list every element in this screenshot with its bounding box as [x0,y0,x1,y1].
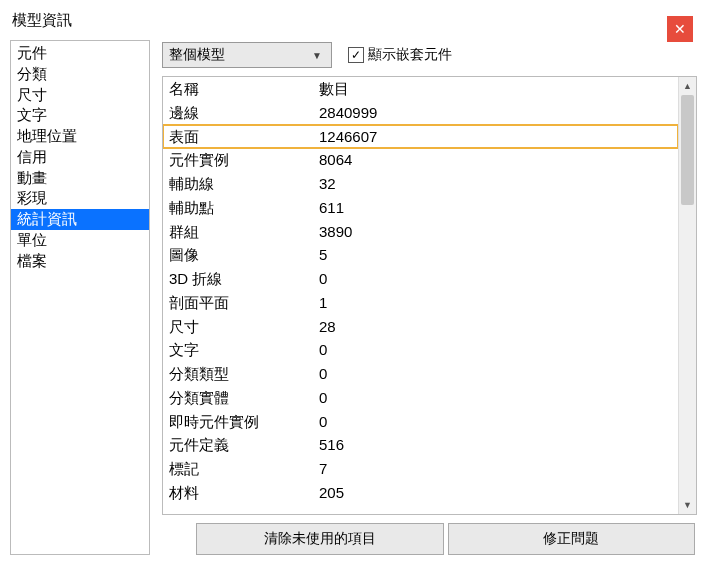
col-header-name: 名稱 [169,78,319,100]
show-nested-label: 顯示嵌套元件 [368,46,452,64]
vertical-scrollbar[interactable]: ▲ ▼ [678,77,696,514]
cell-name: 剖面平面 [169,292,319,314]
title-bar: 模型資訊 [0,0,707,40]
table-row[interactable]: 群組3890 [163,220,678,244]
cell-name: 材料 [169,482,319,504]
sidebar-item[interactable]: 分類 [11,64,149,85]
cell-name: 3D 折線 [169,268,319,290]
scroll-down-icon[interactable]: ▼ [679,496,696,514]
close-icon: ✕ [674,21,686,37]
cell-name: 輔助點 [169,197,319,219]
sidebar-item[interactable]: 信用 [11,147,149,168]
table-row[interactable]: 分類類型0 [163,362,678,386]
cell-name: 分類實體 [169,387,319,409]
cell-name: 邊線 [169,102,319,124]
table-row[interactable]: 材料205 [163,481,678,505]
cell-name: 圖像 [169,244,319,266]
show-nested-checkbox[interactable]: ✓ [348,47,364,63]
button-row: 清除未使用的項目 修正問題 [162,523,697,555]
table-row[interactable]: 標記7 [163,457,678,481]
sidebar-item[interactable]: 尺寸 [11,85,149,106]
col-header-count: 數目 [319,78,672,100]
cell-count: 7 [319,458,672,480]
category-sidebar: 元件分類尺寸文字地理位置信用動畫彩現統計資訊單位檔案 [10,40,150,555]
cell-name: 輔助線 [169,173,319,195]
cell-name: 群組 [169,221,319,243]
cell-count: 0 [319,411,672,433]
table-row[interactable]: 表面1246607 [163,125,678,149]
cell-count: 516 [319,434,672,456]
sidebar-item[interactable]: 地理位置 [11,126,149,147]
table-row[interactable]: 3D 折線0 [163,267,678,291]
table-row[interactable]: 輔助點611 [163,196,678,220]
fix-button[interactable]: 修正問題 [448,523,696,555]
close-button[interactable]: ✕ [667,16,693,42]
cell-count: 32 [319,173,672,195]
scroll-thumb[interactable] [681,95,694,205]
cell-count: 0 [319,387,672,409]
cell-count: 0 [319,339,672,361]
cell-name: 即時元件實例 [169,411,319,433]
cell-name: 分類類型 [169,363,319,385]
sidebar-item[interactable]: 動畫 [11,168,149,189]
sidebar-item[interactable]: 單位 [11,230,149,251]
cell-name: 標記 [169,458,319,480]
scope-row: 整個模型 ▼ ✓ 顯示嵌套元件 [162,40,697,68]
table-row[interactable]: 文字0 [163,338,678,362]
sidebar-item[interactable]: 檔案 [11,251,149,272]
cell-count: 205 [319,482,672,504]
cell-name: 表面 [169,126,319,148]
cell-name: 元件實例 [169,149,319,171]
cell-count: 5 [319,244,672,266]
chevron-down-icon: ▼ [309,50,325,61]
sidebar-item[interactable]: 元件 [11,43,149,64]
main-panel: 整個模型 ▼ ✓ 顯示嵌套元件 名稱 數目 邊線2840999表面1246607… [162,40,697,555]
table-row[interactable]: 邊線2840999 [163,101,678,125]
cell-count: 28 [319,316,672,338]
table-row[interactable]: 元件實例8064 [163,148,678,172]
cell-count: 2840999 [319,102,672,124]
cell-name: 尺寸 [169,316,319,338]
scroll-up-icon[interactable]: ▲ [679,77,696,95]
sidebar-item[interactable]: 文字 [11,105,149,126]
table-row[interactable]: 尺寸28 [163,315,678,339]
purge-button[interactable]: 清除未使用的項目 [196,523,444,555]
table-row[interactable]: 圖像5 [163,243,678,267]
cell-count: 1 [319,292,672,314]
cell-count: 1246607 [319,126,672,148]
cell-count: 611 [319,197,672,219]
sidebar-item[interactable]: 統計資訊 [11,209,149,230]
cell-name: 元件定義 [169,434,319,456]
table-row[interactable]: 元件定義516 [163,433,678,457]
table-row[interactable]: 剖面平面1 [163,291,678,315]
table-row[interactable]: 分類實體0 [163,386,678,410]
scope-selected: 整個模型 [169,46,225,64]
cell-count: 3890 [319,221,672,243]
table-row[interactable]: 即時元件實例0 [163,410,678,434]
sidebar-item[interactable]: 彩現 [11,188,149,209]
cell-count: 8064 [319,149,672,171]
table-header: 名稱 數目 [163,77,678,101]
stats-table: 名稱 數目 邊線2840999表面1246607元件實例8064輔助線32輔助點… [162,76,697,515]
cell-count: 0 [319,363,672,385]
table-row[interactable]: 輔助線32 [163,172,678,196]
scope-combobox[interactable]: 整個模型 ▼ [162,42,332,68]
window-title: 模型資訊 [12,11,72,30]
cell-count: 0 [319,268,672,290]
nested-check-wrap: ✓ 顯示嵌套元件 [348,46,452,64]
cell-name: 文字 [169,339,319,361]
